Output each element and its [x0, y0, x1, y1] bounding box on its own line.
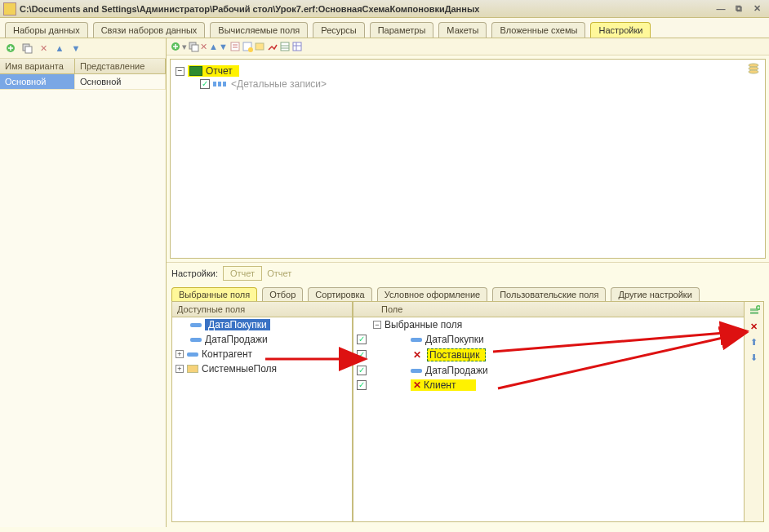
detail-records-icon	[213, 80, 228, 88]
window-titlebar: C:\Documents and Settings\Администратор\…	[0, 0, 769, 18]
settings-sub-tabs: Выбранные поля Отбор Сортировка Условное…	[167, 284, 769, 301]
tab-dataset-links[interactable]: Связи наборов данных	[93, 22, 206, 38]
sel-item-2[interactable]: ДатаПродажи	[425, 365, 488, 376]
app-icon	[3, 2, 16, 16]
main-tabs: Наборы данных Связи наборов данных Вычис…	[0, 18, 769, 38]
report-icon	[189, 66, 202, 76]
svg-point-16	[749, 67, 758, 70]
tab-datasets[interactable]: Наборы данных	[5, 22, 88, 38]
stacked-db-icon[interactable]	[747, 63, 760, 73]
move-down-button[interactable]: ▼	[219, 42, 228, 51]
delete-variant-button[interactable]: ✕	[36, 41, 51, 55]
tab-nested-schemas[interactable]: Вложенные схемы	[491, 22, 585, 38]
collapse-icon[interactable]: −	[373, 321, 381, 329]
field-icon	[411, 369, 422, 373]
svg-rect-14	[223, 82, 226, 86]
wizard2-button[interactable]	[242, 41, 253, 52]
expand-icon[interactable]: +	[176, 365, 184, 373]
fields-area: Доступные поля ДатаПокупки ДатаПродажи +…	[171, 301, 764, 522]
sel-item-1[interactable]: Поставщик	[427, 348, 486, 361]
variant-repr: Основной	[75, 74, 166, 90]
wizard1-button[interactable]	[229, 41, 241, 52]
subtab-sort[interactable]: Сортировка	[308, 287, 371, 301]
detail-checkbox[interactable]: ✓	[200, 79, 210, 89]
settings-bar: Настройки: Отчет Отчет	[167, 262, 769, 284]
settings-label: Настройки:	[171, 268, 218, 278]
svg-point-15	[749, 64, 758, 67]
row-checkbox[interactable]: ✓	[357, 335, 367, 344]
variant-row[interactable]: Основной Основной	[0, 74, 166, 90]
settings-pane: ▾ ✕ ▲ ▼ − Отчет ✓	[167, 38, 769, 527]
available-fields[interactable]: Доступные поля ДатаПокупки ДатаПродажи +…	[171, 302, 353, 522]
add-dropdown-button[interactable]: ▾	[182, 42, 187, 52]
avail-item-0[interactable]: ДатаПокупки	[205, 319, 270, 330]
avail-header: Доступные поля	[172, 302, 352, 317]
window-title-doc: ОсновнаяСхемаКомпоновкиДанных	[318, 4, 480, 14]
sel-item-0[interactable]: ДатаПокупки	[425, 334, 484, 345]
sel-item-3[interactable]: Клиент	[424, 379, 456, 391]
svg-point-17	[749, 70, 758, 73]
remove-field-button[interactable]: ✕	[750, 321, 758, 332]
window-close-button[interactable]: ✕	[749, 3, 764, 15]
add-field-button[interactable]	[749, 305, 760, 317]
variants-toolbar: ✕ ▲ ▼	[0, 38, 166, 59]
tab-calculated-fields[interactable]: Вычисляемые поля	[210, 22, 308, 38]
variants-col-repr: Представление	[75, 59, 166, 73]
sel-header: Поле	[353, 302, 744, 317]
wizard4-button[interactable]	[266, 41, 278, 52]
settings-echo: Отчет	[267, 268, 291, 278]
svg-rect-11	[293, 42, 301, 51]
table1-button[interactable]	[279, 41, 291, 52]
field-icon	[411, 338, 422, 342]
row-checkbox[interactable]: ✓	[357, 350, 367, 360]
subtab-selected-fields[interactable]: Выбранные поля	[171, 287, 257, 301]
move-field-up-button[interactable]: ⬆	[750, 337, 758, 348]
field-icon	[187, 352, 198, 357]
copy-button[interactable]	[188, 41, 199, 52]
subtab-conditional[interactable]: Условное оформление	[377, 287, 487, 301]
window-title-path: C:\Documents and Settings\Администратор\…	[20, 4, 318, 14]
avail-item-3[interactable]: СистемныеПоля	[202, 363, 277, 375]
window-minimize-button[interactable]: —	[713, 3, 728, 15]
move-up-button[interactable]: ▲	[209, 42, 218, 51]
folder-icon	[187, 365, 198, 373]
collapse-icon[interactable]: −	[176, 67, 184, 76]
subtab-user-fields[interactable]: Пользовательские поля	[492, 287, 606, 301]
svg-rect-10	[281, 42, 289, 51]
variants-col-name: Имя варианта	[0, 59, 75, 73]
add-variant-button[interactable]	[3, 41, 18, 55]
delete-button[interactable]: ✕	[200, 42, 207, 52]
subtab-filter[interactable]: Отбор	[262, 287, 303, 301]
subtab-other[interactable]: Другие настройки	[611, 287, 699, 301]
row-checkbox[interactable]: ✓	[357, 366, 367, 375]
avail-item-1[interactable]: ДатаПродажи	[205, 334, 268, 345]
selected-fields[interactable]: Поле − Выбранные поля ✓ ДатаПокупки ✓ ✕ …	[353, 302, 745, 522]
svg-rect-5	[192, 45, 198, 51]
move-up-variant-button[interactable]: ▲	[52, 41, 67, 55]
tab-parameters[interactable]: Параметры	[370, 22, 434, 38]
svg-rect-13	[218, 82, 221, 86]
variant-name: Основной	[0, 74, 75, 90]
avail-item-2[interactable]: Контрагент	[202, 348, 252, 360]
wizard3-button[interactable]	[254, 41, 265, 52]
table2-button[interactable]	[291, 41, 303, 52]
move-field-down-button[interactable]: ⬇	[750, 352, 758, 363]
variants-grid: Имя варианта Представление Основной Осно…	[0, 59, 166, 90]
svg-rect-19	[750, 312, 758, 314]
expand-icon[interactable]: +	[176, 350, 184, 358]
structure-tree[interactable]: − Отчет ✓ <Детальные записи>	[170, 59, 766, 259]
move-down-variant-button[interactable]: ▼	[69, 41, 83, 55]
fields-side-buttons: ✕ ⬆ ⬇	[745, 302, 764, 522]
tree-detail-records[interactable]: <Детальные записи>	[231, 78, 327, 90]
field-icon	[190, 323, 202, 327]
tab-templates[interactable]: Макеты	[438, 22, 487, 38]
svg-rect-2	[25, 47, 32, 53]
tab-settings-main[interactable]: Настройки	[590, 22, 651, 38]
svg-rect-9	[256, 43, 264, 50]
window-restore-button[interactable]: ⧉	[731, 3, 746, 15]
add-button[interactable]	[170, 41, 181, 52]
tab-resources[interactable]: Ресурсы	[313, 22, 364, 38]
copy-variant-button[interactable]	[20, 41, 34, 55]
variants-pane: ✕ ▲ ▼ Имя варианта Представление Основно…	[0, 38, 167, 527]
row-checkbox[interactable]: ✓	[357, 380, 367, 390]
